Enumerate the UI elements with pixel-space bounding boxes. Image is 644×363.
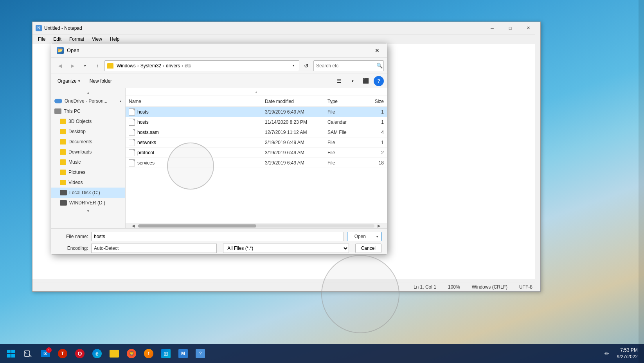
file-name-hosts1: hosts bbox=[126, 108, 262, 116]
col-size-header[interactable]: Size bbox=[363, 99, 387, 104]
view-dropdown-button[interactable]: ▾ bbox=[347, 76, 358, 86]
file-row-networks[interactable]: networks 3/19/2019 6:49 AM File 1 bbox=[126, 137, 387, 148]
onedrive-icon bbox=[54, 99, 62, 103]
videos-folder-icon bbox=[60, 180, 66, 185]
search-input[interactable] bbox=[316, 63, 375, 69]
refresh-button[interactable]: ↺ bbox=[301, 60, 312, 71]
notepad-maximize-button[interactable]: □ bbox=[501, 22, 519, 34]
nav-windriver[interactable]: WINDRIVER (D:) bbox=[51, 198, 125, 208]
hscroll-left-button[interactable]: ◀ bbox=[132, 224, 138, 228]
start-button[interactable] bbox=[3, 346, 19, 361]
col-name-header[interactable]: Name bbox=[126, 99, 262, 104]
taskbar-clock[interactable]: 7:53 PM 9/27/2022 bbox=[614, 347, 641, 360]
organize-button[interactable]: Organize ▾ bbox=[54, 76, 83, 86]
taskbar-search-button[interactable] bbox=[20, 346, 36, 361]
address-dropdown-button[interactable]: ▾ bbox=[290, 60, 297, 71]
nav-onedrive-label: OneDrive - Person... bbox=[65, 98, 107, 104]
file-type-protocol: File bbox=[324, 150, 363, 155]
file-row-hosts2[interactable]: hosts 11/14/2020 8:23 PM Calendar 1 bbox=[126, 117, 387, 127]
nav-this-pc[interactable]: This PC bbox=[51, 106, 125, 116]
notepad-minimize-button[interactable]: ─ bbox=[483, 22, 501, 34]
search-bar[interactable]: 🔍 bbox=[313, 60, 384, 71]
col-date-header[interactable]: Date modified bbox=[262, 99, 324, 104]
nav-windriver-label: WINDRIVER (D:) bbox=[69, 200, 105, 206]
view-pane-button[interactable]: ⬛ bbox=[360, 76, 371, 86]
svg-rect-2 bbox=[7, 354, 11, 358]
file-type-hosts-sam: SAM File bbox=[324, 130, 363, 135]
taskbar-brave-icon[interactable]: 🦁 bbox=[124, 346, 139, 361]
nav-music[interactable]: Music bbox=[51, 157, 125, 167]
file-row-services[interactable]: services 3/19/2019 6:49 AM File 18 bbox=[126, 158, 387, 168]
nav-local-disk-label: Local Disk (C:) bbox=[69, 190, 100, 195]
hscrollbar-thumb[interactable] bbox=[138, 224, 256, 228]
nav-onedrive[interactable]: OneDrive - Person... ▲ bbox=[51, 96, 125, 106]
taskbar-unknown-icon[interactable]: ? bbox=[192, 346, 208, 361]
hscroll-right-button[interactable]: ▶ bbox=[374, 224, 381, 228]
taskbar-opera-icon[interactable]: O bbox=[72, 346, 88, 361]
taskbar-tray: ✏ bbox=[601, 346, 612, 361]
file-list-up[interactable]: ▲ bbox=[126, 88, 387, 96]
open-button[interactable]: Open bbox=[347, 232, 373, 241]
notepad-statusbar: Ln 1, Col 1 100% Windows (CRLF) UTF-8 bbox=[32, 282, 540, 291]
nav-documents[interactable]: Documents bbox=[51, 137, 125, 147]
tray-pen-icon[interactable]: ✏ bbox=[601, 346, 612, 361]
file-row-protocol[interactable]: protocol 3/19/2019 6:49 AM File 2 bbox=[126, 148, 387, 158]
dialog-main: ▲ OneDrive - Person... ▲ This PC 3D Obje… bbox=[51, 88, 387, 228]
taskbar-store-icon[interactable]: ⊞ bbox=[158, 346, 174, 361]
back-button[interactable]: ◀ bbox=[54, 60, 65, 71]
file-name-hosts2: hosts bbox=[126, 119, 262, 126]
file-list-header: Name Date modified Type Size bbox=[126, 96, 387, 107]
file-date-hosts1: 3/19/2019 6:49 AM bbox=[262, 109, 324, 115]
taskbar-firefox-icon[interactable]: f bbox=[141, 346, 157, 361]
desktop-folder-icon bbox=[60, 129, 66, 134]
up-button[interactable]: ↑ bbox=[92, 60, 103, 71]
nav-pictures[interactable]: Pictures bbox=[51, 167, 125, 177]
taskbar-mail-icon[interactable]: ✉ 1 bbox=[38, 346, 53, 361]
clock-time: 7:53 PM bbox=[620, 347, 638, 354]
menu-edit[interactable]: Edit bbox=[49, 35, 65, 43]
notepad-icon: N bbox=[36, 25, 42, 31]
this-pc-icon bbox=[54, 108, 61, 114]
file-size-services: 18 bbox=[363, 160, 387, 166]
file-row-hosts-sam[interactable]: hosts.sam 12/7/2019 11:12 AM SAM File 4 bbox=[126, 127, 387, 137]
dropdown-button[interactable]: ▾ bbox=[79, 60, 90, 71]
help-button[interactable]: ? bbox=[374, 76, 384, 86]
menu-file[interactable]: File bbox=[34, 35, 49, 43]
horizontal-scrollbar[interactable]: ◀ ▶ bbox=[126, 223, 387, 228]
taskbar-folder-icon[interactable] bbox=[106, 346, 122, 361]
path-system32: System32 bbox=[140, 63, 161, 69]
hscrollbar-track[interactable] bbox=[138, 224, 374, 228]
encoding-label: Encoding: bbox=[57, 246, 88, 251]
file-label-hosts1: hosts bbox=[137, 109, 149, 115]
nav-desktop[interactable]: Desktop bbox=[51, 126, 125, 137]
file-type-networks: File bbox=[324, 140, 363, 145]
dialog-close-button[interactable]: ✕ bbox=[371, 44, 384, 57]
notepad-scrollbar[interactable] bbox=[535, 22, 540, 291]
forward-button[interactable]: ▶ bbox=[67, 60, 78, 71]
col-type-header[interactable]: Type bbox=[324, 99, 363, 104]
status-line-endings: Windows (CRLF) bbox=[472, 284, 507, 290]
file-row-hosts1[interactable]: hosts 3/19/2019 6:49 AM File 1 bbox=[126, 107, 387, 117]
open-dropdown-button[interactable]: ▾ bbox=[373, 232, 381, 241]
desktop-scrollbar-right[interactable] bbox=[639, 0, 644, 363]
nav-downloads-label: Downloads bbox=[68, 149, 92, 155]
menu-format[interactable]: Format bbox=[65, 35, 88, 43]
nav-3d-objects[interactable]: 3D Objects bbox=[51, 116, 125, 126]
menu-help[interactable]: Help bbox=[106, 35, 124, 43]
filename-input[interactable] bbox=[91, 232, 344, 241]
taskbar-malwarebytes-icon[interactable]: M bbox=[175, 346, 191, 361]
nav-local-disk[interactable]: Local Disk (C:) bbox=[51, 188, 125, 198]
address-bar[interactable]: Windows › System32 › drivers › etc ▾ bbox=[104, 60, 299, 71]
menu-view[interactable]: View bbox=[88, 35, 106, 43]
nav-music-label: Music bbox=[68, 159, 81, 165]
nav-videos[interactable]: Videos bbox=[51, 177, 125, 188]
nav-downloads[interactable]: Downloads bbox=[51, 147, 125, 157]
nav-up-scroll[interactable]: ▲ bbox=[51, 90, 125, 96]
nav-down-scroll[interactable]: ▼ bbox=[51, 208, 125, 214]
cancel-button[interactable]: Cancel bbox=[355, 244, 381, 253]
taskbar-edge-icon[interactable]: e bbox=[89, 346, 105, 361]
filetype-select[interactable]: All Files (*.*) bbox=[223, 244, 349, 253]
taskbar-thunderbird-icon[interactable]: T bbox=[55, 346, 70, 361]
view-list-button[interactable]: ☰ bbox=[334, 76, 345, 86]
new-folder-button[interactable]: New folder bbox=[86, 76, 116, 86]
